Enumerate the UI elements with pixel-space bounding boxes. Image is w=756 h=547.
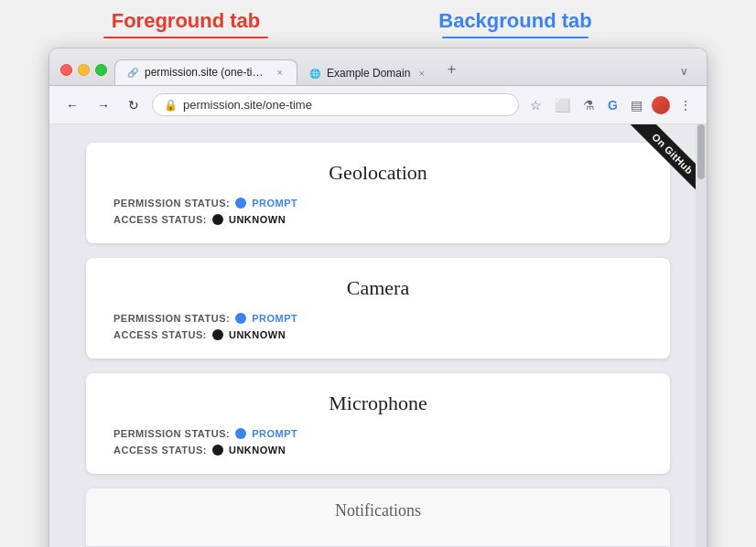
camera-permission-status: PROMPT xyxy=(252,313,297,324)
scrollbar-thumb[interactable] xyxy=(697,124,705,179)
traffic-lights xyxy=(60,64,107,85)
camera-access-row: ACCESS STATUS: UNKNOWN xyxy=(113,329,643,340)
google-icon[interactable]: G xyxy=(604,95,621,115)
tab-favicon-permission: 🔗 xyxy=(126,66,139,79)
geolocation-permission-row: PERMISSION STATUS: PROMPT xyxy=(113,198,643,209)
microphone-access-row: ACCESS STATUS: UNKNOWN xyxy=(113,445,643,456)
tab-title-example: Example Domain xyxy=(327,67,410,80)
new-tab-button[interactable]: + xyxy=(438,56,465,85)
profile-avatar[interactable] xyxy=(652,96,670,114)
geolocation-permission-status: PROMPT xyxy=(252,198,297,209)
reload-button[interactable]: ↻ xyxy=(123,95,145,115)
forward-button[interactable]: → xyxy=(92,95,115,115)
geolocation-title: Geolocation xyxy=(113,161,643,185)
foreground-tab-label: Foreground tab xyxy=(49,9,323,33)
nav-icons: ☆ ⬜ ⚗ G ▤ ⋮ xyxy=(526,95,696,115)
lab-icon[interactable]: ⚗ xyxy=(579,95,599,115)
camera-access-dot xyxy=(212,329,223,340)
background-tab-label: Background tab xyxy=(323,9,707,33)
camera-title: Camera xyxy=(113,276,643,300)
microphone-card: Microphone PERMISSION STATUS: PROMPT ACC… xyxy=(86,373,670,474)
geolocation-access-row: ACCESS STATUS: UNKNOWN xyxy=(113,214,643,225)
notifications-title: Notifications xyxy=(113,501,643,520)
secure-icon: 🔒 xyxy=(164,99,178,112)
tab-permission[interactable]: 🔗 permission.site (one-time) × xyxy=(114,59,297,85)
github-ribbon-text: On GitHub xyxy=(624,124,707,202)
page-content: On GitHub Geolocation PERMISSION STATUS:… xyxy=(49,124,707,547)
microphone-access-dot xyxy=(212,445,223,456)
nav-bar: ← → ↻ 🔒 permission.site/one-time ☆ ⬜ ⚗ G… xyxy=(49,86,707,124)
microphone-access-status: UNKNOWN xyxy=(229,445,286,456)
scrollbar-track[interactable] xyxy=(696,124,707,547)
sidebar-icon[interactable]: ▤ xyxy=(627,95,646,115)
camera-access-status: UNKNOWN xyxy=(229,329,286,340)
geolocation-permission-dot xyxy=(235,198,246,209)
extensions-icon[interactable]: ⬜ xyxy=(551,95,574,115)
maximize-dot[interactable] xyxy=(95,64,107,76)
geolocation-access-status: UNKNOWN xyxy=(229,214,286,225)
browser-window: 🔗 permission.site (one-time) × 🌐 Example… xyxy=(49,48,707,547)
camera-permission-dot xyxy=(235,313,246,324)
menu-icon[interactable]: ⋮ xyxy=(675,95,696,115)
title-bar: 🔗 permission.site (one-time) × 🌐 Example… xyxy=(49,48,707,86)
geolocation-permission-label: PERMISSION STATUS: xyxy=(113,198,230,209)
camera-permission-label: PERMISSION STATUS: xyxy=(113,313,230,324)
notifications-card-partial: Notifications xyxy=(86,488,670,546)
close-dot[interactable] xyxy=(60,64,72,76)
back-button[interactable]: ← xyxy=(60,95,84,115)
address-bar[interactable]: 🔒 permission.site/one-time xyxy=(152,93,519,116)
camera-permission-row: PERMISSION STATUS: PROMPT xyxy=(113,313,643,324)
microphone-title: Microphone xyxy=(113,391,643,415)
camera-access-label: ACCESS STATUS: xyxy=(113,329,207,340)
github-ribbon[interactable]: On GitHub xyxy=(615,124,707,216)
microphone-permission-row: PERMISSION STATUS: PROMPT xyxy=(113,428,643,439)
geolocation-access-dot xyxy=(212,214,223,225)
geolocation-access-label: ACCESS STATUS: xyxy=(113,214,207,225)
camera-card: Camera PERMISSION STATUS: PROMPT ACCESS … xyxy=(86,258,670,359)
tab-expand-button[interactable]: ∨ xyxy=(673,59,696,85)
tab-close-permission[interactable]: × xyxy=(275,66,286,79)
microphone-permission-dot xyxy=(235,428,246,439)
microphone-access-label: ACCESS STATUS: xyxy=(113,445,207,456)
microphone-permission-status: PROMPT xyxy=(252,428,297,439)
tab-favicon-example: 🌐 xyxy=(308,67,321,80)
microphone-permission-label: PERMISSION STATUS: xyxy=(113,428,230,439)
tab-close-example[interactable]: × xyxy=(416,67,427,80)
tab-title-permission: permission.site (one-time) xyxy=(145,66,269,79)
bookmark-icon[interactable]: ☆ xyxy=(526,95,545,115)
geolocation-card: Geolocation PERMISSION STATUS: PROMPT AC… xyxy=(86,143,670,243)
tabs-area: 🔗 permission.site (one-time) × 🌐 Example… xyxy=(114,56,696,85)
tab-labels: Foreground tab Background tab xyxy=(49,9,707,33)
address-text: permission.site/one-time xyxy=(183,98,507,112)
minimize-dot[interactable] xyxy=(78,64,90,76)
tab-example[interactable]: 🌐 Example Domain × xyxy=(297,61,438,85)
